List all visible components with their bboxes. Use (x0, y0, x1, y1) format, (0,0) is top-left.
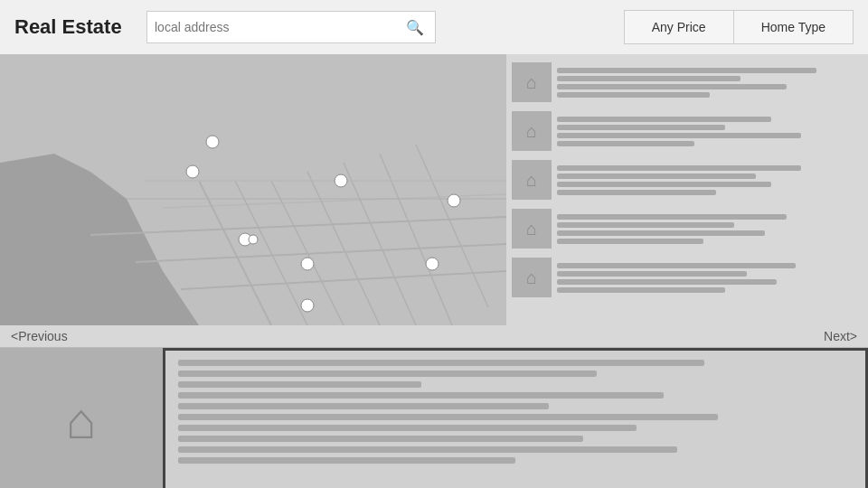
home-type-filter-button[interactable]: Home Type (734, 11, 853, 43)
detail-line (178, 392, 664, 399)
listing-line (557, 230, 765, 236)
header: Real Estate 🔍 Any Price Home Type (0, 0, 868, 54)
listing-line (557, 133, 801, 138)
detail-line (178, 436, 583, 442)
listing-item[interactable]: ⌂ (506, 58, 868, 107)
detail-line (178, 360, 704, 366)
svg-point-21 (426, 258, 439, 270)
prev-page-button[interactable]: <Previous (11, 329, 68, 343)
listing-line (557, 125, 725, 130)
listing-line (557, 279, 777, 285)
detail-line (178, 425, 637, 431)
listing-line (557, 76, 741, 81)
filter-buttons: Any Price Home Type (624, 10, 854, 44)
home-icon-small: ⌂ (526, 72, 537, 93)
listing-item[interactable]: ⌂ (506, 253, 868, 302)
top-section: ⌂⌂⌂⌂⌂ (0, 54, 868, 325)
listing-line (557, 287, 725, 293)
map-svg (0, 54, 506, 325)
listing-thumbnail: ⌂ (512, 62, 552, 102)
main-content: ⌂⌂⌂⌂⌂ <Previous Next> ⌂ (0, 54, 868, 488)
listing-item[interactable]: ⌂ (506, 107, 868, 155)
listing-line (557, 68, 816, 73)
detail-content (163, 348, 868, 488)
detail-line (178, 446, 677, 453)
search-input[interactable] (155, 20, 402, 34)
pagination: <Previous Next> (0, 325, 868, 347)
home-icon-large: ⌂ (66, 391, 97, 450)
home-icon-small: ⌂ (526, 170, 537, 191)
listing-line (557, 92, 710, 98)
home-icon-small: ⌂ (526, 219, 537, 239)
home-icon-small: ⌂ (526, 121, 537, 142)
next-page-button[interactable]: Next> (824, 329, 857, 343)
listing-item[interactable]: ⌂ (506, 204, 868, 253)
listing-lines (557, 68, 863, 98)
listing-line (557, 174, 756, 179)
search-bar: 🔍 (146, 11, 436, 43)
listing-lines (557, 214, 863, 244)
detail-line (178, 371, 597, 377)
app-title: Real Estate (14, 15, 132, 39)
bottom-section: ⌂ (0, 347, 868, 488)
price-filter-button[interactable]: Any Price (625, 11, 734, 43)
svg-point-15 (206, 136, 219, 148)
svg-point-17 (335, 174, 347, 187)
listing-lines (557, 165, 863, 195)
listing-line (557, 214, 787, 220)
listing-line (557, 182, 771, 187)
svg-point-23 (301, 299, 314, 312)
svg-point-22 (249, 235, 258, 244)
svg-point-16 (186, 165, 199, 178)
listing-line (557, 141, 694, 146)
listing-lines (557, 263, 863, 293)
search-button[interactable]: 🔍 (402, 19, 428, 36)
listing-line (557, 239, 703, 244)
listing-line (557, 263, 796, 268)
detail-line (178, 381, 421, 388)
listing-thumbnail: ⌂ (512, 258, 552, 297)
listing-thumbnail: ⌂ (512, 160, 552, 200)
listing-line (557, 165, 801, 171)
detail-line (178, 457, 515, 464)
detail-line (178, 403, 549, 409)
listing-thumbnail: ⌂ (512, 209, 552, 249)
map-container[interactable] (0, 54, 506, 325)
listing-line (557, 190, 716, 195)
listing-thumbnail: ⌂ (512, 111, 552, 151)
svg-point-20 (301, 258, 314, 270)
listing-line (557, 222, 734, 228)
listing-panel: ⌂⌂⌂⌂⌂ (506, 54, 868, 325)
detail-line (178, 414, 718, 420)
listing-lines (557, 117, 863, 146)
home-icon-small: ⌂ (526, 267, 537, 288)
listing-line (557, 117, 771, 122)
svg-point-18 (448, 194, 460, 207)
detail-thumbnail: ⌂ (0, 348, 163, 488)
listing-line (557, 84, 787, 89)
listing-line (557, 271, 747, 277)
listing-item[interactable]: ⌂ (506, 155, 868, 204)
